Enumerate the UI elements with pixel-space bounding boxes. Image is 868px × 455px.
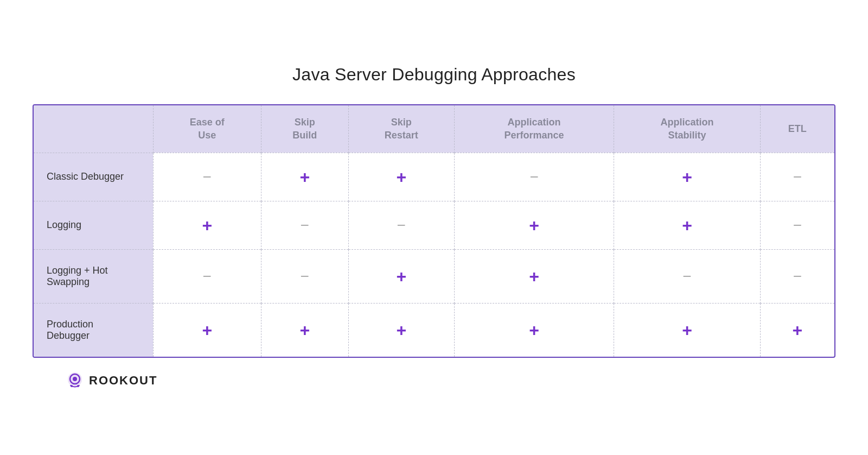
cell-3-4: + [614, 303, 760, 357]
minus-icon: − [203, 168, 212, 185]
cell-0-5: − [760, 153, 834, 201]
cell-0-0: − [153, 153, 261, 201]
plus-icon: + [299, 167, 310, 187]
minus-icon: − [203, 268, 212, 285]
cell-1-3: + [454, 201, 614, 249]
minus-icon: − [793, 268, 802, 285]
svg-point-3 [71, 385, 73, 387]
cell-2-3: + [454, 249, 614, 303]
svg-point-2 [73, 377, 77, 381]
comparison-table-wrapper: Ease ofUse SkipBuild SkipRestart Applica… [33, 104, 835, 358]
table-header-row: Ease ofUse SkipBuild SkipRestart Applica… [34, 105, 834, 153]
plus-icon: + [682, 216, 692, 235]
footer: ROOKOUT [65, 371, 157, 390]
plus-icon: + [202, 216, 212, 235]
row-label: Classic Debugger [34, 153, 153, 201]
table-row: Classic Debugger−++−+− [34, 153, 834, 201]
plus-icon: + [299, 320, 310, 340]
plus-icon: + [529, 267, 539, 286]
row-label: Logging + HotSwapping [34, 249, 153, 303]
cell-0-2: + [348, 153, 454, 201]
minus-icon: − [793, 217, 802, 233]
col-header-skip-build: SkipBuild [261, 105, 348, 153]
cell-1-2: − [348, 201, 454, 249]
cell-1-0: + [153, 201, 261, 249]
cell-2-2: + [348, 249, 454, 303]
row-label: Logging [34, 201, 153, 249]
plus-icon: + [793, 320, 803, 340]
minus-icon: − [301, 268, 309, 285]
comparison-table: Ease ofUse SkipBuild SkipRestart Applica… [34, 105, 834, 357]
cell-3-1: + [261, 303, 348, 357]
plus-icon: + [396, 167, 406, 187]
col-header-etl: ETL [760, 105, 834, 153]
rookout-logo: ROOKOUT [65, 371, 157, 390]
cell-3-3: + [454, 303, 614, 357]
cell-2-1: − [261, 249, 348, 303]
cell-3-5: + [760, 303, 834, 357]
plus-icon: + [529, 320, 539, 340]
plus-icon: + [396, 267, 406, 286]
col-header-skip-restart: SkipRestart [348, 105, 454, 153]
plus-icon: + [682, 167, 692, 187]
plus-icon: + [529, 216, 539, 235]
cell-3-0: + [153, 303, 261, 357]
plus-icon: + [396, 320, 406, 340]
col-header-ease-of-use: Ease ofUse [153, 105, 261, 153]
cell-1-5: − [760, 201, 834, 249]
rookout-brand-text: ROOKOUT [89, 374, 157, 388]
minus-icon: − [397, 217, 406, 233]
minus-icon: − [682, 268, 691, 285]
cell-1-4: + [614, 201, 760, 249]
cell-2-5: − [760, 249, 834, 303]
table-row: ProductionDebugger++++++ [34, 303, 834, 357]
table-row: Logging+−−++− [34, 201, 834, 249]
page-title: Java Server Debugging Approaches [292, 65, 576, 85]
cell-0-3: − [454, 153, 614, 201]
minus-icon: − [793, 168, 802, 185]
col-header-app-stability: ApplicationStability [614, 105, 760, 153]
col-header-app-performance: ApplicationPerformance [454, 105, 614, 153]
row-label: ProductionDebugger [34, 303, 153, 357]
table-row: Logging + HotSwapping−−++−− [34, 249, 834, 303]
cell-0-1: + [261, 153, 348, 201]
cell-0-4: + [614, 153, 760, 201]
minus-icon: − [529, 168, 538, 185]
svg-point-4 [77, 385, 79, 387]
plus-icon: + [202, 320, 212, 340]
cell-1-1: − [261, 201, 348, 249]
cell-2-4: − [614, 249, 760, 303]
plus-icon: + [682, 320, 692, 340]
rookout-icon [65, 371, 85, 390]
cell-3-2: + [348, 303, 454, 357]
minus-icon: − [301, 217, 309, 233]
cell-2-0: − [153, 249, 261, 303]
col-header-approach [34, 105, 153, 153]
